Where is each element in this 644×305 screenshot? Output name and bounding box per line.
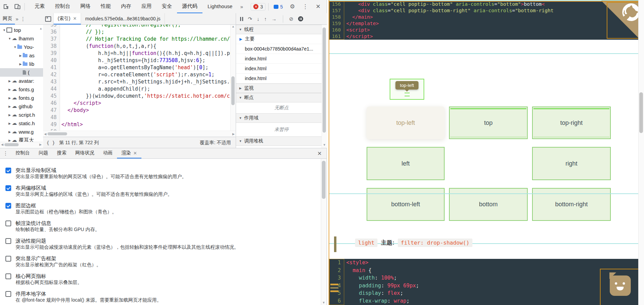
issues-badge[interactable]: 5 <box>271 3 285 10</box>
chat-widget-button[interactable] <box>610 275 631 296</box>
settings-gear-icon[interactable]: ⚙ <box>287 2 298 12</box>
section-breakpoints[interactable]: ▼ 断点 <box>236 93 327 102</box>
pause-script-icon[interactable] <box>240 17 243 21</box>
scrollbar-thumb[interactable] <box>4 143 19 146</box>
editor-vertical-scrollbar[interactable]: ▲ <box>230 25 236 131</box>
scroll-right-icon[interactable]: ▶ <box>38 143 43 146</box>
scrollbar-thumb[interactable] <box>322 161 326 199</box>
devtools-tab-控制台[interactable]: 控制台 <box>50 0 75 13</box>
devtools-tab-性能[interactable]: 性能 <box>96 0 116 13</box>
scrollbar-thumb[interactable] <box>323 27 326 133</box>
poptip-cell-top-left[interactable]: top-left <box>367 107 445 139</box>
scroll-right-icon[interactable]: ▶ <box>231 132 236 136</box>
scroll-left-icon[interactable]: ◀ <box>43 132 47 136</box>
tree-item-static.h[interactable]: ▶☁static.h <box>0 119 43 128</box>
tree-item-top[interactable]: ▼top <box>0 26 43 34</box>
poptip-cell-bottom[interactable]: bottom <box>449 188 528 221</box>
tree-item-([interactable]: ( <box>0 68 43 77</box>
navigator-menu-icon[interactable]: ⋮ <box>19 16 27 22</box>
scroll-left-icon[interactable]: ◀ <box>0 143 4 146</box>
pause-on-exceptions-icon[interactable] <box>298 16 303 21</box>
thread-row[interactable]: index.html <box>236 54 327 64</box>
error-badge[interactable]: ✕ 3 <box>251 3 266 11</box>
scrollbar-thumb[interactable] <box>231 76 235 105</box>
drawer-close-icon[interactable]: ✕ <box>313 150 327 157</box>
tree-item-avatar:[interactable]: ▶☁avatar: <box>0 77 43 85</box>
checkbox-unchecked[interactable] <box>5 291 11 297</box>
debugger-scrollbar[interactable] <box>321 25 327 148</box>
code-editor[interactable]: 35 // registration.unregister();36 // })… <box>43 25 230 131</box>
checkbox-checked[interactable] <box>5 185 11 191</box>
scroll-up-icon[interactable]: ▲ <box>231 25 236 28</box>
step-out-icon[interactable]: ↑ <box>264 16 267 22</box>
devtools-tab-网络[interactable]: 网络 <box>75 0 96 13</box>
devtools-tab-内存[interactable]: 内存 <box>116 0 136 13</box>
scrollbar-thumb[interactable] <box>47 132 67 135</box>
drawer-tab-动画[interactable]: 动画 <box>99 148 117 158</box>
thread-row[interactable]: ▶主要 <box>236 34 327 44</box>
section-watch[interactable]: ▶ 监视 <box>236 83 327 93</box>
devtools-tab-元素[interactable]: 元素 <box>30 0 50 13</box>
thread-row[interactable]: index.html <box>236 64 327 74</box>
devtools-tab-Lighthouse[interactable]: Lighthouse <box>202 0 237 13</box>
poptip-cell-top[interactable]: top <box>449 107 528 139</box>
editor-tab[interactable]: (索引)✕ <box>54 13 81 24</box>
close-tab-icon[interactable]: ✕ <box>73 16 77 21</box>
tree-item-fonts.g[interactable]: ▶☁fonts.g <box>0 85 43 94</box>
step-icon[interactable]: → <box>272 16 277 22</box>
devtools-tab-应用[interactable]: 应用 <box>136 0 157 13</box>
tree-scroll-up-icon[interactable]: ▲ <box>39 27 42 30</box>
poptip-cell-bottom-right[interactable]: bottom-right <box>532 188 611 221</box>
tree-item-You-[interactable]: ▼You- <box>0 43 43 51</box>
pretty-print-icon[interactable]: { } <box>43 140 59 146</box>
checkbox-unchecked[interactable] <box>5 221 11 226</box>
toggle-navigator-icon[interactable] <box>43 13 54 24</box>
poptip-cell-left[interactable]: left <box>367 147 445 180</box>
checkbox-unchecked[interactable] <box>5 256 11 262</box>
inspect-element-icon[interactable] <box>0 2 12 12</box>
poptip-cell-right[interactable]: right <box>532 147 611 180</box>
drawer-tab-搜索[interactable]: 搜索 <box>53 148 71 158</box>
tree-item-lib[interactable]: ▶lib <box>0 60 43 68</box>
deactivate-breakpoints-icon[interactable]: ⊘ <box>289 16 294 22</box>
tree-item-www.g[interactable]: ▶☁www.g <box>0 128 43 136</box>
drawer-tab-控制台[interactable]: 控制台 <box>11 148 34 158</box>
tree-item-github[interactable]: ▶☁github <box>0 102 43 111</box>
step-over-icon[interactable]: ↷ <box>248 16 252 22</box>
poptip-cell-top-right[interactable]: top-right <box>532 107 611 139</box>
navigator-tab-page[interactable]: 网页 <box>0 13 15 24</box>
section-callstack[interactable]: ▼ 调用堆栈 <box>236 136 327 146</box>
rendering-scrollbar[interactable] <box>321 159 327 305</box>
checkbox-checked[interactable] <box>5 203 11 209</box>
tree-item-fonts.g[interactable]: ▶☁fonts.g <box>0 94 43 102</box>
step-into-icon[interactable]: ↓ <box>257 16 260 22</box>
scroll-down-icon[interactable]: ▼ <box>322 301 325 304</box>
checkbox-checked[interactable] <box>5 168 11 173</box>
devtools-close-icon[interactable]: ✕ <box>312 2 324 12</box>
drawer-tab-渲染[interactable]: 渲染✕ <box>117 148 141 158</box>
drawer-tab-网络状况[interactable]: 网络状况 <box>71 148 99 158</box>
poptip-cell-bottom-left[interactable]: bottom-left <box>367 188 445 221</box>
devtools-menu-icon[interactable]: ⋮ <box>299 2 311 12</box>
tree-item-script.h[interactable]: ▶☁script.h <box>0 111 43 119</box>
checkbox-unchecked[interactable] <box>5 273 11 279</box>
navigator-more-tabs-icon[interactable]: » <box>15 16 19 22</box>
devtools-tab-源代码[interactable]: 源代码 <box>177 0 202 13</box>
editor-tab[interactable]: modules.575e0da...8e3619bac00.js <box>81 13 165 24</box>
thread-row[interactable]: index.html <box>236 74 327 83</box>
more-tabs-icon[interactable]: » <box>237 4 246 9</box>
section-scope[interactable]: ▼ 作用域 <box>236 113 327 123</box>
tree-horizontal-scrollbar[interactable]: ◀ ▶ <box>0 142 43 147</box>
scroll-down-icon[interactable]: ▼ <box>323 143 326 147</box>
scrollbar-thumb[interactable] <box>639 92 643 133</box>
drawer-tab-问题[interactable]: 问题 <box>34 148 53 158</box>
checkbox-unchecked[interactable] <box>5 238 11 244</box>
window-scrollbar[interactable] <box>638 0 644 305</box>
close-tab-icon[interactable]: ✕ <box>133 151 137 156</box>
tree-item-lhamm[interactable]: ▼☁lhamm <box>0 34 43 43</box>
editor-horizontal-scrollbar[interactable]: ◀ ▶ <box>43 131 236 137</box>
devtools-tab-安全[interactable]: 安全 <box>157 0 177 13</box>
device-toolbar-icon[interactable] <box>12 2 23 12</box>
section-threads[interactable]: ▼ 线程 <box>236 25 327 34</box>
drawer-menu-icon[interactable]: ⋮ <box>0 150 11 156</box>
